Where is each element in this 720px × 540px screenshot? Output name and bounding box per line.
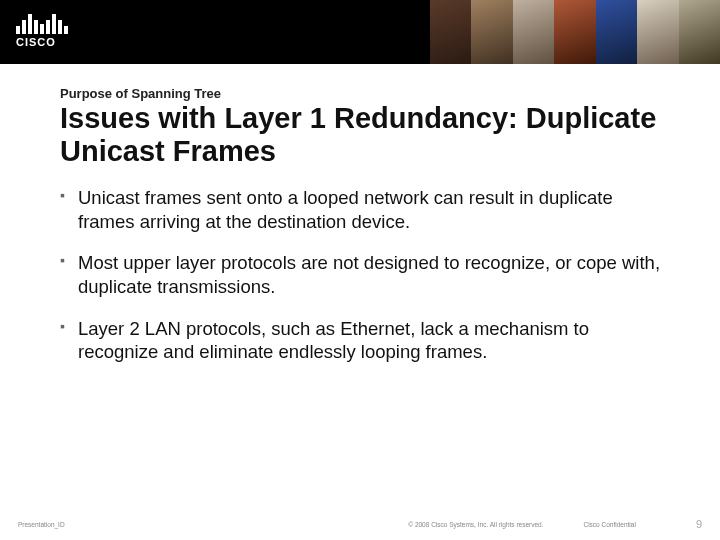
cisco-logo-icon	[16, 10, 86, 34]
bullet-list: Unicast frames sent onto a looped networ…	[60, 186, 670, 382]
slide-kicker: Purpose of Spanning Tree	[60, 86, 221, 101]
slide: CISCO Purpose of Spanning Tree Issues wi…	[0, 0, 720, 540]
list-item: Layer 2 LAN protocols, such as Ethernet,…	[60, 317, 670, 364]
cisco-logo: CISCO	[16, 8, 86, 48]
list-item: Most upper layer protocols are not desig…	[60, 251, 670, 298]
footer-presentation-id: Presentation_ID	[18, 521, 65, 528]
footer: Presentation_ID © 2008 Cisco Systems, In…	[0, 518, 720, 530]
cisco-logo-text: CISCO	[16, 36, 86, 48]
footer-confidential: Cisco Confidential	[583, 521, 635, 528]
slide-title: Issues with Layer 1 Redundancy: Duplicat…	[60, 102, 660, 169]
footer-copyright: © 2008 Cisco Systems, Inc. All rights re…	[408, 521, 543, 528]
people-image-strip	[430, 0, 720, 64]
header-bar: CISCO	[0, 0, 720, 64]
footer-page-number: 9	[696, 518, 702, 530]
list-item: Unicast frames sent onto a looped networ…	[60, 186, 670, 233]
